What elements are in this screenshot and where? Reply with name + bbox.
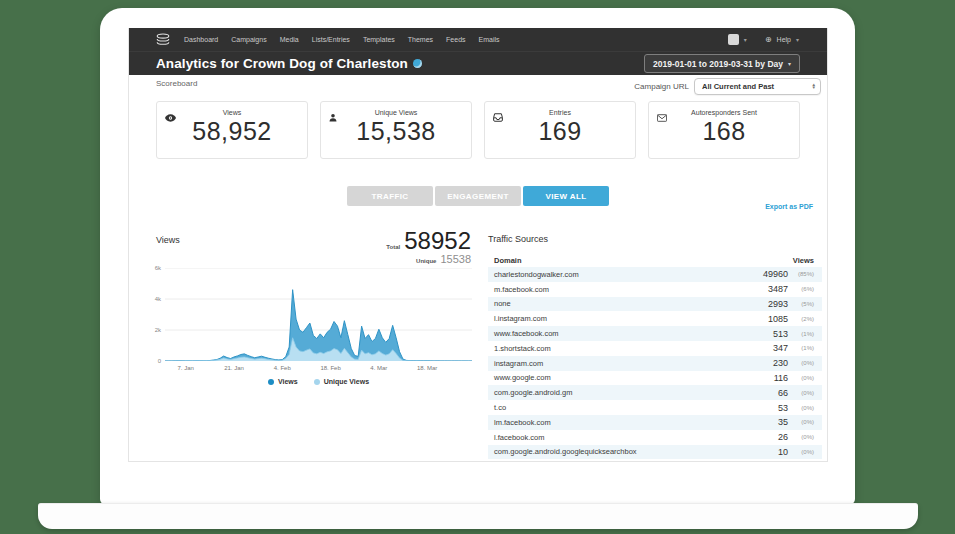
domain-cell: m.facebook.com — [488, 285, 726, 294]
views-cell: 1085 — [726, 314, 788, 324]
nav-item-media[interactable]: Media — [280, 36, 299, 43]
scoreboard-label: Scoreboard — [156, 79, 197, 88]
percent-cell: (6%) — [788, 286, 822, 292]
help-menu[interactable]: Help — [777, 36, 791, 43]
percent-cell: (0%) — [788, 360, 822, 366]
total-label: Total — [386, 244, 400, 250]
table-row: m.facebook.com3487(6%) — [488, 282, 822, 297]
stat-card-value: 58,952 — [157, 117, 307, 146]
nav-item-feeds[interactable]: Feeds — [446, 36, 465, 43]
nav-right: ▾ ⊕ Help ▾ — [728, 34, 799, 45]
table-row: lm.facebook.com35(0%) — [488, 415, 822, 430]
unique-value: 15538 — [440, 253, 471, 266]
table-row: l.instagram.com1085(2%) — [488, 311, 822, 326]
x-tick-label: 21. Jan — [224, 365, 244, 371]
nav-item-emails[interactable]: Emails — [479, 36, 500, 43]
legend-dot-icon — [268, 379, 274, 385]
percent-cell: (0%) — [788, 375, 822, 381]
domain-cell: www.google.com — [488, 373, 726, 382]
views-cell: 35 — [726, 417, 788, 427]
legend-label: Views — [278, 378, 298, 385]
table-row: instagram.com230(0%) — [488, 356, 822, 371]
tab-engagement[interactable]: ENGAGEMENT — [435, 186, 521, 206]
unique-label: Unique — [416, 258, 436, 264]
domain-cell: www.facebook.com — [488, 329, 726, 338]
views-cell: 49960 — [726, 269, 788, 279]
column-header-views: Views — [726, 256, 822, 265]
legend-item-views[interactable]: Views — [268, 378, 298, 385]
table-row: com.google.android.googlequicksearchbox1… — [488, 445, 822, 460]
stat-card-label: Entries — [485, 109, 635, 116]
page-title: Analytics for Crown Dog of Charleston — [156, 56, 408, 71]
domain-cell: com.google.android.gm — [488, 388, 726, 397]
campaign-url-select[interactable]: All Current and Past ▲▼ — [694, 78, 821, 95]
percent-cell: (0%) — [788, 405, 822, 411]
percent-cell: (2%) — [788, 316, 822, 322]
stat-card-unique-views: Unique Views15,538 — [320, 101, 472, 159]
views-chart[interactable] — [165, 268, 472, 361]
analytics-app-window: DashboardCampaignsMediaLists/EntriesTemp… — [128, 28, 828, 462]
x-tick-label: 18. Mar — [417, 365, 437, 371]
tab-view-all[interactable]: VIEW ALL — [523, 186, 609, 206]
date-caret-icon: ▾ — [788, 61, 791, 67]
person-icon — [329, 108, 337, 126]
avatar[interactable] — [728, 34, 739, 45]
nav-item-lists-entries[interactable]: Lists/Entries — [312, 36, 350, 43]
legend-item-unique-views[interactable]: Unique Views — [314, 378, 369, 385]
nav-item-dashboard[interactable]: Dashboard — [184, 36, 218, 43]
select-updown-icon: ▲▼ — [812, 84, 816, 89]
date-range-button[interactable]: 2019-01-01 to 2019-03-31 by Day ▾ — [644, 54, 800, 73]
domain-cell: charlestondogwalker.com — [488, 270, 726, 279]
traffic-sources-panel: Traffic Sources Domain Views charlestond… — [488, 234, 822, 462]
eye-icon — [165, 108, 176, 126]
help-globe-icon: ⊕ — [765, 36, 772, 44]
nav-item-themes[interactable]: Themes — [408, 36, 433, 43]
total-value: 58952 — [404, 229, 471, 253]
stat-card-autoresponders-sent: Autoresponders Sent168 — [648, 101, 800, 159]
top-navbar: DashboardCampaignsMediaLists/EntriesTemp… — [129, 28, 827, 51]
export-pdf-link[interactable]: Export as PDF — [765, 203, 813, 210]
stat-card-label: Views — [157, 109, 307, 116]
table-row: www.facebook.com513(1%) — [488, 326, 822, 341]
table-row: none2993(5%) — [488, 297, 822, 312]
help-caret-icon: ▾ — [796, 37, 799, 43]
campaign-url-label: Campaign URL — [634, 82, 689, 91]
globe-icon[interactable] — [413, 59, 422, 68]
traffic-sources-title: Traffic Sources — [488, 234, 822, 244]
views-cell: 10 — [726, 447, 788, 457]
report-tabs: TRAFFICENGAGEMENTVIEW ALL — [129, 186, 827, 206]
title-bar: Analytics for Crown Dog of Charleston 20… — [129, 51, 827, 75]
table-row: 1.shortstack.com347(1%) — [488, 341, 822, 356]
nav-item-campaigns[interactable]: Campaigns — [231, 36, 266, 43]
domain-cell: 1.shortstack.com — [488, 344, 726, 353]
table-row: www.google.com116(0%) — [488, 371, 822, 386]
views-cell: 26 — [726, 432, 788, 442]
percent-cell: (85%) — [788, 271, 822, 277]
date-range-label: 2019-01-01 to 2019-03-31 by Day — [653, 59, 783, 69]
y-tick-label: 6k — [155, 265, 161, 271]
views-cell: 230 — [726, 358, 788, 368]
domain-cell: com.google.android.googlequicksearchbox — [488, 447, 726, 456]
stat-card-label: Autoresponders Sent — [649, 109, 799, 116]
domain-cell: none — [488, 299, 726, 308]
percent-cell: (5%) — [788, 301, 822, 307]
nav-item-templates[interactable]: Templates — [363, 36, 395, 43]
laptop-base — [38, 503, 918, 529]
percent-cell: (0%) — [788, 419, 822, 425]
views-cell: 66 — [726, 388, 788, 398]
scoreboard-cards: Views58,952Unique Views15,538Entries169A… — [156, 101, 800, 159]
envelope-icon — [657, 108, 667, 126]
views-cell: 116 — [726, 373, 788, 383]
traffic-table-header: Domain Views — [488, 253, 822, 267]
campaign-url-group: Campaign URL All Current and Past ▲▼ — [634, 78, 821, 95]
views-cell: 2993 — [726, 299, 788, 309]
percent-cell: (0%) — [788, 390, 822, 396]
shortstack-logo-icon[interactable] — [156, 33, 170, 46]
domain-cell: instagram.com — [488, 359, 726, 368]
legend-label: Unique Views — [324, 378, 369, 385]
avatar-caret-icon: ▾ — [744, 37, 747, 43]
table-row: search.yahoo.com10(0%) — [488, 459, 822, 462]
x-tick-label: 7. Jan — [178, 365, 194, 371]
domain-cell: lm.facebook.com — [488, 418, 726, 427]
tab-traffic[interactable]: TRAFFIC — [347, 186, 433, 206]
